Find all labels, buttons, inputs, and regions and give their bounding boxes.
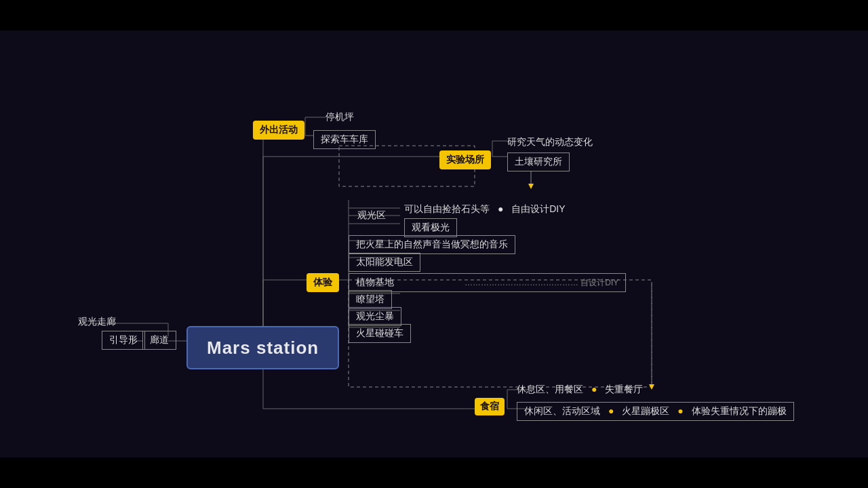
- pickup-rocks-node: 可以自由捡拾石头等 ● 自由设计DIY: [404, 203, 566, 216]
- mars-sound-node: 把火星上的自然声音当做冥想的音乐: [349, 235, 515, 254]
- parking-node: 停机坪: [326, 110, 354, 124]
- soil-node: 土壤研究所: [507, 152, 570, 171]
- leisure-node: 休闲区、活动区域 ● 火星蹦极区 ● 体验失重情况下的蹦极: [517, 402, 794, 421]
- sightseeing-corridor-node: 观光走廊: [78, 315, 116, 329]
- corridor-node: 廊道: [142, 331, 176, 350]
- outdoor-node: 外出活动: [253, 121, 304, 140]
- watchtower-node: 瞭望塔: [349, 290, 392, 309]
- guide-shape-node: 引导形: [102, 331, 145, 350]
- sightseeing-zone-node: 观光区: [357, 209, 386, 222]
- bottom-bar: [0, 458, 868, 488]
- garage-node: 探索车车库: [313, 130, 376, 149]
- rest-area-node: 休息区、用餐区 ● 失重餐厅: [517, 383, 643, 396]
- food-node: 食宿: [475, 398, 505, 415]
- solar-node: 太阳能发电区: [349, 253, 420, 272]
- plant-base-node: 植物基地 …………………………………… 自设计DIY: [349, 273, 626, 292]
- dust-storm-node: 观光尘暴: [349, 307, 401, 326]
- lab-node: 实验场所: [439, 150, 491, 169]
- aurora-node: 观看极光: [404, 218, 457, 237]
- weather-node: 研究天气的动态变化: [507, 136, 593, 149]
- bumper-car-node: 火星碰碰车: [349, 324, 411, 343]
- mind-map-canvas: Mars station 外出活动 停机坪 探索车车库 实验场所 研究天气的动态…: [0, 30, 868, 458]
- experience-node: 体验: [307, 273, 339, 292]
- top-bar: [0, 0, 868, 30]
- mars-station-node: Mars station: [186, 326, 339, 369]
